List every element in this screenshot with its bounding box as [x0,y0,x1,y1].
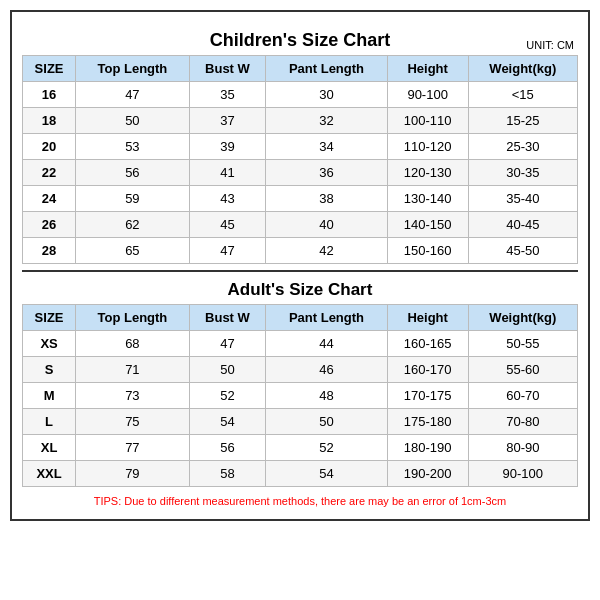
children-cell: 41 [189,160,266,186]
children-cell: 43 [189,186,266,212]
adult-cell: 54 [266,461,387,487]
adult-cell: 71 [76,357,190,383]
adult-cell: 48 [266,383,387,409]
children-cell: 16 [23,82,76,108]
children-cell: 30-35 [468,160,577,186]
adult-col-header: Bust W [189,305,266,331]
children-cell: 140-150 [387,212,468,238]
children-cell: 34 [266,134,387,160]
children-col-header: Weight(kg) [468,56,577,82]
children-cell: 24 [23,186,76,212]
adult-cell: 44 [266,331,387,357]
unit-label: UNIT: CM [526,39,574,51]
children-table-row: 20533934110-12025-30 [23,134,578,160]
adult-header-row: SIZETop LengthBust WPant LengthHeightWei… [23,305,578,331]
children-cell: 47 [189,238,266,264]
tips-text: TIPS: Due to different measurement metho… [22,493,578,509]
children-cell: 15-25 [468,108,577,134]
children-cell: 50 [76,108,190,134]
adult-cell: 170-175 [387,383,468,409]
adult-cell: XL [23,435,76,461]
adult-cell: L [23,409,76,435]
children-header-row: SIZETop LengthBust WPant LengthHeightWei… [23,56,578,82]
children-col-header: SIZE [23,56,76,82]
children-table-row: 26624540140-15040-45 [23,212,578,238]
children-cell: 22 [23,160,76,186]
children-table-row: 28654742150-16045-50 [23,238,578,264]
children-col-header: Height [387,56,468,82]
children-cell: 38 [266,186,387,212]
children-cell: 100-110 [387,108,468,134]
adult-cell: XXL [23,461,76,487]
adult-cell: S [23,357,76,383]
children-cell: 110-120 [387,134,468,160]
children-cell: 47 [76,82,190,108]
children-cell: 28 [23,238,76,264]
adult-cell: 79 [76,461,190,487]
adult-cell: 77 [76,435,190,461]
children-cell: 40-45 [468,212,577,238]
adult-cell: 50 [266,409,387,435]
adult-cell: 80-90 [468,435,577,461]
adult-cell: 55-60 [468,357,577,383]
children-table-row: 18503732100-11015-25 [23,108,578,134]
adult-cell: 68 [76,331,190,357]
children-cell: 39 [189,134,266,160]
adult-cell: 90-100 [468,461,577,487]
children-cell: 59 [76,186,190,212]
children-col-header: Pant Length [266,56,387,82]
adult-cell: 52 [266,435,387,461]
children-cell: 150-160 [387,238,468,264]
adult-cell: 46 [266,357,387,383]
adult-col-header: Height [387,305,468,331]
children-cell: 30 [266,82,387,108]
children-col-header: Bust W [189,56,266,82]
adult-cell: 58 [189,461,266,487]
adult-cell: 175-180 [387,409,468,435]
children-cell: 20 [23,134,76,160]
children-cell: 32 [266,108,387,134]
adult-cell: 70-80 [468,409,577,435]
children-cell: 45-50 [468,238,577,264]
adult-table-row: M735248170-17560-70 [23,383,578,409]
main-container: Children's Size Chart UNIT: CM SIZETop L… [10,10,590,521]
adult-cell: 54 [189,409,266,435]
adult-cell: 60-70 [468,383,577,409]
children-cell: 18 [23,108,76,134]
adult-cell: 160-165 [387,331,468,357]
adult-table-row: S715046160-17055-60 [23,357,578,383]
children-cell: 62 [76,212,190,238]
children-cell: 26 [23,212,76,238]
adult-col-header: Pant Length [266,305,387,331]
children-col-header: Top Length [76,56,190,82]
children-cell: 40 [266,212,387,238]
adult-cell: 50 [189,357,266,383]
adult-cell: 50-55 [468,331,577,357]
adult-col-header: Weight(kg) [468,305,577,331]
adult-title: Adult's Size Chart [22,270,578,304]
children-cell: 35-40 [468,186,577,212]
children-cell: 90-100 [387,82,468,108]
adult-col-header: SIZE [23,305,76,331]
children-table-row: 1647353090-100<15 [23,82,578,108]
children-cell: 25-30 [468,134,577,160]
children-cell: 65 [76,238,190,264]
adult-cell: 75 [76,409,190,435]
adult-cell: 56 [189,435,266,461]
adult-cell: 190-200 [387,461,468,487]
children-table-row: 24594338130-14035-40 [23,186,578,212]
adult-cell: M [23,383,76,409]
adult-col-header: Top Length [76,305,190,331]
adult-table: SIZETop LengthBust WPant LengthHeightWei… [22,304,578,487]
adult-cell: 52 [189,383,266,409]
children-cell: 35 [189,82,266,108]
children-cell: 36 [266,160,387,186]
children-cell: 53 [76,134,190,160]
children-table: SIZETop LengthBust WPant LengthHeightWei… [22,55,578,264]
adult-cell: 180-190 [387,435,468,461]
adult-cell: 47 [189,331,266,357]
children-cell: 130-140 [387,186,468,212]
children-cell: 42 [266,238,387,264]
adult-table-row: XS684744160-16550-55 [23,331,578,357]
children-cell: 120-130 [387,160,468,186]
